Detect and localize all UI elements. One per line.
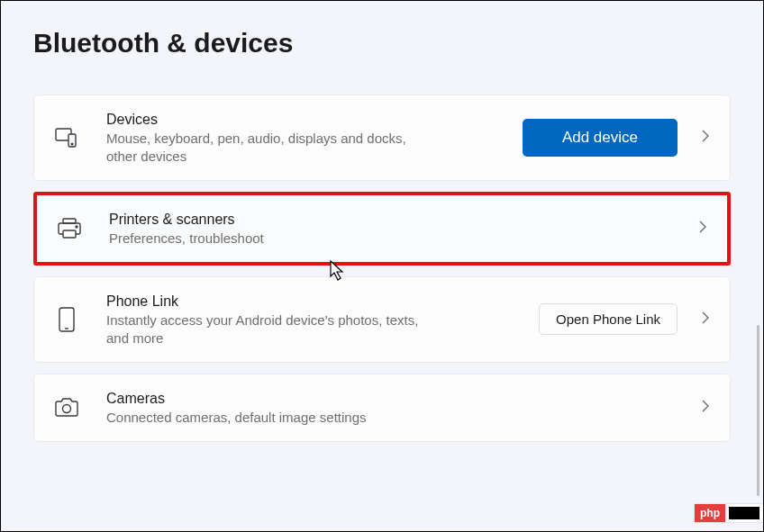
watermark-text: php bbox=[695, 504, 725, 522]
printer-icon bbox=[57, 216, 82, 241]
add-device-button[interactable]: Add device bbox=[523, 119, 678, 157]
page-title: Bluetooth & devices bbox=[33, 28, 731, 59]
phone-link-subtitle: Instantly access your Android device's p… bbox=[106, 311, 431, 348]
devices-icon bbox=[54, 125, 79, 150]
printers-text: Printers & scanners Preferences, trouble… bbox=[109, 210, 698, 248]
chevron-right-icon bbox=[701, 129, 710, 147]
devices-subtitle: Mouse, keyboard, pen, audio, displays an… bbox=[106, 130, 431, 167]
svg-point-9 bbox=[63, 404, 71, 412]
camera-icon bbox=[54, 395, 79, 420]
cameras-subtitle: Connected cameras, default image setting… bbox=[106, 409, 431, 427]
phone-icon bbox=[54, 307, 79, 332]
phone-link-text: Phone Link Instantly access your Android… bbox=[106, 292, 539, 347]
printers-scanners-row[interactable]: Printers & scanners Preferences, trouble… bbox=[33, 192, 731, 266]
svg-rect-3 bbox=[63, 219, 76, 223]
printers-title: Printers & scanners bbox=[109, 210, 684, 230]
phone-link-title: Phone Link bbox=[106, 292, 524, 311]
svg-rect-5 bbox=[63, 230, 76, 238]
printers-subtitle: Preferences, troubleshoot bbox=[109, 230, 433, 248]
cameras-title: Cameras bbox=[106, 389, 687, 409]
watermark: php bbox=[695, 504, 763, 522]
devices-title: Devices bbox=[106, 110, 508, 130]
cameras-row[interactable]: Cameras Connected cameras, default image… bbox=[33, 374, 731, 442]
phone-link-row[interactable]: Phone Link Instantly access your Android… bbox=[33, 276, 731, 363]
devices-row[interactable]: Devices Mouse, keyboard, pen, audio, dis… bbox=[33, 95, 731, 181]
open-phone-link-button[interactable]: Open Phone Link bbox=[539, 303, 678, 335]
svg-point-6 bbox=[76, 226, 77, 228]
chevron-right-icon bbox=[701, 311, 710, 329]
scrollbar[interactable] bbox=[757, 325, 759, 496]
watermark-block bbox=[729, 507, 759, 519]
devices-text: Devices Mouse, keyboard, pen, audio, dis… bbox=[106, 110, 523, 166]
svg-rect-7 bbox=[59, 308, 74, 331]
cameras-text: Cameras Connected cameras, default image… bbox=[106, 389, 701, 427]
svg-point-2 bbox=[71, 143, 73, 145]
chevron-right-icon bbox=[698, 220, 707, 238]
chevron-right-icon bbox=[701, 399, 710, 417]
